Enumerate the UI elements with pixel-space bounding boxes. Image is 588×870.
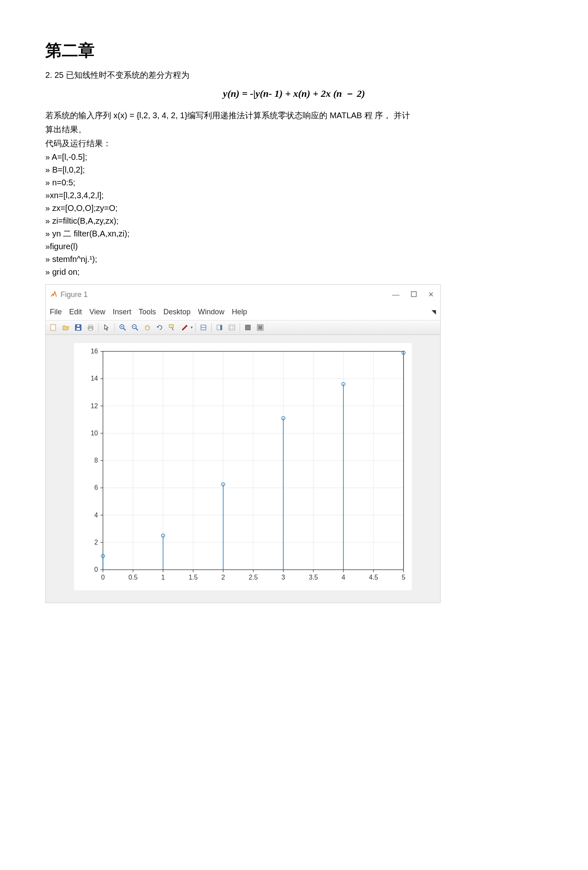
menu-dropdown-icon[interactable]: ◥ <box>432 307 436 316</box>
code-line: »xn=[l,2,3,4,2,l]; <box>45 189 543 202</box>
svg-rect-4 <box>77 325 79 327</box>
svg-rect-26 <box>245 325 250 330</box>
pointer-icon[interactable] <box>101 322 112 333</box>
pan-icon[interactable] <box>142 322 153 333</box>
description-line-2: 算出结果。 <box>45 123 543 136</box>
svg-text:1.5: 1.5 <box>189 574 198 581</box>
problem-statement: 2. 25 已知线性时不变系统的差分方程为 <box>45 68 543 82</box>
svg-text:3: 3 <box>282 574 285 581</box>
show-plot-tools-icon[interactable] <box>255 322 266 333</box>
close-icon[interactable]: × <box>428 287 434 302</box>
svg-text:4.5: 4.5 <box>369 574 378 581</box>
svg-text:2.5: 2.5 <box>249 574 258 581</box>
svg-text:12: 12 <box>91 402 98 409</box>
svg-rect-7 <box>89 328 92 330</box>
svg-rect-0 <box>411 292 416 297</box>
svg-text:1: 1 <box>161 574 165 581</box>
svg-text:3.5: 3.5 <box>309 574 318 581</box>
svg-rect-21 <box>229 325 235 330</box>
svg-text:2: 2 <box>94 539 98 546</box>
stem-chart: 00.511.522.533.544.550246810121416 <box>74 343 412 590</box>
svg-text:8: 8 <box>94 457 98 464</box>
colorbar-icon[interactable] <box>214 322 225 333</box>
svg-text:0.5: 0.5 <box>128 574 138 581</box>
window-title: Figure 1 <box>61 289 88 301</box>
brush-dropdown-icon[interactable]: ▾ <box>191 324 193 331</box>
hide-plot-tools-icon[interactable] <box>243 322 253 333</box>
new-figure-icon[interactable] <box>48 322 59 333</box>
code-line: » B=[l,0,2]; <box>45 164 543 176</box>
menu-window[interactable]: Window <box>198 306 224 318</box>
code-line: » grid on; <box>45 266 543 278</box>
menu-tools[interactable]: Tools <box>139 306 156 318</box>
svg-rect-20 <box>220 325 222 330</box>
svg-text:4: 4 <box>342 574 345 581</box>
maximize-icon[interactable] <box>411 289 417 301</box>
svg-text:4: 4 <box>94 512 98 519</box>
description-line-1: 若系统的输入序列 x(x) = {l,2, 3, 4, 2, 1}编写利用递推法… <box>45 109 543 122</box>
code-line: » zx=[O,O,O];zy=O; <box>45 202 543 215</box>
svg-rect-28 <box>258 325 262 330</box>
link-icon[interactable] <box>198 322 209 333</box>
svg-line-9 <box>124 328 126 330</box>
svg-text:5: 5 <box>402 574 406 581</box>
code-line: » stemfn^nj.¹); <box>45 253 543 266</box>
menu-help[interactable]: Help <box>232 306 247 318</box>
data-cursor-icon[interactable] <box>167 322 177 333</box>
menu-edit[interactable]: Edit <box>69 306 82 318</box>
svg-text:0: 0 <box>94 566 98 573</box>
zoom-out-icon[interactable] <box>130 322 140 333</box>
window-title-bar: Figure 1 — × <box>46 285 440 304</box>
svg-text:6: 6 <box>94 484 98 491</box>
open-icon[interactable] <box>61 322 71 333</box>
svg-line-16 <box>172 327 173 330</box>
svg-text:0: 0 <box>101 574 105 581</box>
svg-text:16: 16 <box>91 348 98 355</box>
code-line: » yn 二 filter(B,A,xn,zi); <box>45 227 543 240</box>
matlab-logo-icon <box>50 291 57 298</box>
minimize-icon[interactable]: — <box>392 289 399 301</box>
matlab-figure-window: Figure 1 — × File Edit View Insert Tools… <box>45 284 441 603</box>
code-line: » n=0:5; <box>45 176 543 189</box>
print-icon[interactable] <box>85 322 96 333</box>
zoom-in-icon[interactable] <box>117 322 128 333</box>
menu-file[interactable]: File <box>50 306 62 318</box>
svg-rect-6 <box>89 325 92 327</box>
svg-rect-3 <box>77 328 80 330</box>
svg-text:14: 14 <box>91 375 98 382</box>
rotate-icon[interactable] <box>154 322 165 333</box>
code-line: » A=[l,-0.5]; <box>45 151 543 164</box>
toolbar: ▾ <box>46 320 440 335</box>
menu-insert[interactable]: Insert <box>113 306 131 318</box>
legend-icon[interactable] <box>226 322 237 333</box>
brush-icon[interactable] <box>179 322 190 333</box>
code-section-label: 代码及运行结果： <box>45 137 543 150</box>
chapter-heading: 第二章 <box>45 37 543 63</box>
menu-desktop[interactable]: Desktop <box>163 306 191 318</box>
menu-bar: File Edit View Insert Tools Desktop Wind… <box>46 304 440 320</box>
save-icon[interactable] <box>73 322 84 333</box>
menu-view[interactable]: View <box>89 306 105 318</box>
svg-text:10: 10 <box>91 430 98 437</box>
svg-text:2: 2 <box>222 574 225 581</box>
code-line: »figure(l) <box>45 240 543 253</box>
code-block: » A=[l,-0.5]; » B=[l,0,2]; » n=0:5; »xn=… <box>45 151 543 278</box>
difference-equation: y(n) = -|y(n- 1) + x(n) + 2x (n － 2) <box>45 86 543 101</box>
code-line: » zi=filtic(B,A,zy,zx); <box>45 215 543 227</box>
svg-line-13 <box>136 328 138 330</box>
svg-rect-15 <box>169 325 173 327</box>
chart-area: 00.511.522.533.544.550246810121416 <box>46 335 440 603</box>
svg-rect-1 <box>51 325 56 330</box>
